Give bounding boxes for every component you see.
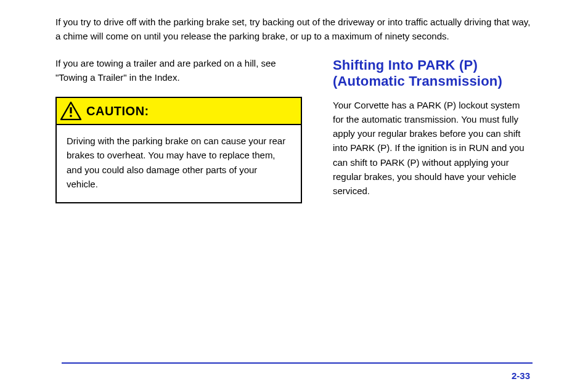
svg-rect-0 bbox=[70, 107, 71, 113]
section-title: Shifting Into PARK (P) (Automatic Transm… bbox=[333, 57, 533, 89]
warning-triangle-icon bbox=[60, 102, 81, 120]
page-number: 2-33 bbox=[512, 370, 530, 381]
intro-paragraph: If you try to drive off with the parking… bbox=[55, 15, 533, 44]
page-content: If you try to drive off with the parking… bbox=[0, 0, 588, 210]
caution-box: CAUTION: Driving with the parking brake … bbox=[55, 97, 302, 203]
right-column: Shifting Into PARK (P) (Automatic Transm… bbox=[333, 56, 533, 211]
two-column-layout: If you are towing a trailer and are park… bbox=[55, 56, 533, 211]
caution-title: CAUTION: bbox=[86, 104, 149, 118]
trailer-paragraph: If you are towing a trailer and are park… bbox=[55, 56, 302, 85]
right-paragraph-1: Your Corvette has a PARK (P) lockout sys… bbox=[333, 98, 533, 198]
caution-body: Driving with the parking brake on can ca… bbox=[57, 125, 301, 202]
caution-header: CAUTION: bbox=[57, 98, 301, 125]
footer-rule bbox=[62, 362, 533, 364]
left-column: If you are towing a trailer and are park… bbox=[55, 56, 302, 204]
svg-rect-1 bbox=[70, 115, 71, 117]
